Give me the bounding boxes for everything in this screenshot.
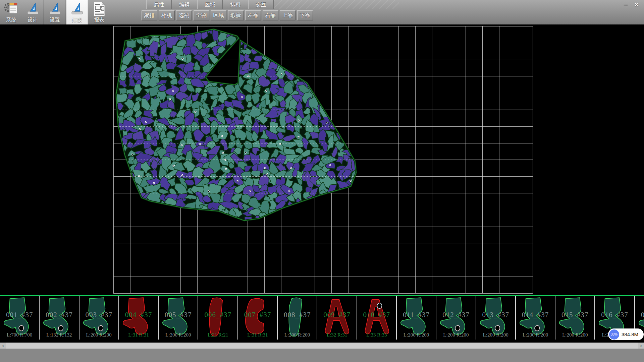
menu-tab-region[interactable]: 区域 xyxy=(197,0,223,9)
mode-label: 设计 xyxy=(22,17,43,23)
piece-name: 014_#37 xyxy=(516,311,555,319)
memory-badge: 38% 384.8M xyxy=(608,328,644,340)
action-button-snap-up[interactable]: 上靠 xyxy=(280,10,296,20)
memory-percent-circle: 38% xyxy=(609,329,619,340)
piece-lr-count: L:21 R:21 xyxy=(198,332,237,338)
piece-thumbnail[interactable]: 007_#37L:31 R:31 xyxy=(238,296,278,340)
piece-thumbnail[interactable]: 006_#37L:21 R:21 xyxy=(198,296,238,340)
piece-lr-count: L:33 R:33 xyxy=(357,332,396,338)
piece-lr-count: L:200 R:200 xyxy=(436,332,475,338)
piece-lr-count: L:200 R:200 xyxy=(555,332,594,338)
piece-lr-count: L:200 R:200 xyxy=(476,332,515,338)
action-button-select-cut[interactable]: 选割 xyxy=(176,10,192,20)
piece-name: 010_#37 xyxy=(357,311,396,319)
piece-thumbnail[interactable]: 014_#37L:200 R:200 xyxy=(516,296,555,340)
mode-button-layout[interactable]: 排版 xyxy=(66,0,88,24)
mode-button-design[interactable]: 设计 xyxy=(22,0,44,24)
bottom-gap xyxy=(0,340,644,343)
action-button-cut-all[interactable]: 全割 xyxy=(194,10,209,20)
status-bar xyxy=(0,349,644,362)
action-button-snap-right[interactable]: 右靠 xyxy=(263,10,278,20)
system-icon xyxy=(4,11,19,16)
scroll-left-button[interactable]: ‹ xyxy=(0,343,6,349)
piece-name: 015_#37 xyxy=(555,311,594,319)
menu-tab-edit[interactable]: 编辑 xyxy=(172,0,197,9)
piece-thumbnail-strip: 001_#37L:700 R:700002_#37L:132 R:132003_… xyxy=(0,296,644,340)
piece-thumbnail[interactable]: 012_#37L:200 R:200 xyxy=(436,296,476,340)
piece-lr-count: L:31 R:31 xyxy=(238,332,277,338)
scroll-right-button[interactable]: › xyxy=(638,343,644,349)
menu-tab-interact[interactable]: 交互 xyxy=(248,0,274,9)
menu-tab-nesting[interactable]: 排料 xyxy=(223,0,248,9)
mode-button-settings[interactable]: 设置 xyxy=(44,0,66,24)
piece-thumbnail[interactable]: 002_#37L:132 R:132 xyxy=(40,296,79,340)
close-button[interactable]: ✕ xyxy=(632,1,642,8)
piece-name: 004_#37 xyxy=(119,311,158,319)
action-button-snap-down[interactable]: 下靠 xyxy=(297,10,313,20)
piece-thumbnail[interactable]: 015_#37L:200 R:200 xyxy=(555,296,595,340)
piece-lr-count: L:32 R:31 xyxy=(317,332,356,338)
piece-thumbnail[interactable]: 013_#37L:200 R:200 xyxy=(476,296,516,340)
mode-label: 报表 xyxy=(89,17,110,23)
minimize-button[interactable]: ─ xyxy=(621,1,631,8)
mode-button-report[interactable]: 报表 xyxy=(89,0,110,24)
piece-thumbnail[interactable]: 010_#37L:33 R:33 xyxy=(357,296,397,340)
menu-tab-properties[interactable]: 属性 xyxy=(146,0,172,9)
piece-name: 009_#37 xyxy=(317,311,356,319)
piece-name: 007_#37 xyxy=(238,311,277,319)
piece-thumbnail[interactable]: 005_#37L:200 R:200 xyxy=(159,296,198,340)
nesting-canvas[interactable] xyxy=(0,24,644,295)
settings-icon xyxy=(47,11,63,16)
mode-label: 设置 xyxy=(44,17,65,23)
memory-size-label: 384.8M xyxy=(622,328,638,340)
action-button-camera[interactable]: 相机 xyxy=(159,10,175,20)
piece-name: 016_#37 xyxy=(595,311,634,319)
piece-name: 002_#37 xyxy=(40,311,78,319)
piece-lr-count: L:200 R:200 xyxy=(397,332,436,338)
piece-lr-count: L:200 R:200 xyxy=(79,332,118,338)
piece-lr-count: L:700 R:700 xyxy=(0,332,39,338)
piece-name: 011_#37 xyxy=(397,311,436,319)
layout-icon xyxy=(69,11,85,16)
piece-thumbnail[interactable]: 011_#37L:200 R:200 xyxy=(397,296,436,340)
piece-name: 017_#37 xyxy=(635,311,644,319)
piece-lr-count: L:31 R:31 xyxy=(119,332,158,338)
action-button-defect[interactable]: 瑕疵 xyxy=(228,10,244,20)
piece-lr-count: L:200 R:200 xyxy=(278,332,317,338)
piece-thumbnail[interactable]: 001_#37L:700 R:700 xyxy=(0,296,40,340)
piece-lr-count: L:200 R:200 xyxy=(159,332,198,338)
mode-label: 系统 xyxy=(1,17,22,23)
piece-name: 001_#37 xyxy=(0,311,39,319)
piece-name: 013_#37 xyxy=(476,311,515,319)
toolbar-hatch-texture xyxy=(274,0,399,9)
piece-thumbnail[interactable]: 004_#37L:31 R:31 xyxy=(119,296,159,340)
piece-name: 006_#37 xyxy=(198,311,237,319)
piece-name: 005_#37 xyxy=(159,311,198,319)
toolbar: 系统设计设置排版报表 属性编辑区域排料交互 聚排相机选割全割区域瑕疵左靠右靠上靠… xyxy=(0,0,644,24)
mode-label: 排版 xyxy=(66,17,88,23)
piece-lr-count: L:200 R:200 xyxy=(516,332,555,338)
action-button-region[interactable]: 区域 xyxy=(211,10,226,20)
application-window: 系统设计设置排版报表 属性编辑区域排料交互 聚排相机选割全割区域瑕疵左靠右靠上靠… xyxy=(0,0,644,362)
horizontal-scrollbar[interactable]: ‹ › xyxy=(0,343,644,349)
piece-name: 008_#37 xyxy=(278,311,317,319)
piece-thumbnail[interactable]: 008_#37L:200 R:200 xyxy=(278,296,317,340)
piece-name: 003_#37 xyxy=(79,311,118,319)
piece-name: 012_#37 xyxy=(436,311,475,319)
mode-button-system[interactable]: 系统 xyxy=(1,0,22,24)
action-button-cluster-nest[interactable]: 聚排 xyxy=(142,10,157,20)
piece-thumbnail[interactable]: 003_#37L:200 R:200 xyxy=(79,296,119,340)
action-button-snap-left[interactable]: 左靠 xyxy=(245,10,261,20)
piece-lr-count: L:132 R:132 xyxy=(40,332,78,338)
design-icon xyxy=(25,11,41,16)
piece-thumbnail[interactable]: 009_#37L:32 R:31 xyxy=(317,296,357,340)
